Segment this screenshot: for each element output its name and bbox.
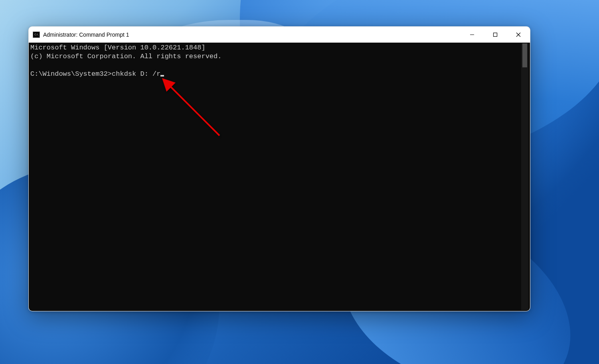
- terminal-header-line: Microsoft Windows [Version 10.0.22621.18…: [30, 44, 206, 51]
- titlebar[interactable]: Administrator: Command Prompt 1: [29, 27, 530, 43]
- terminal-prompt: C:\Windows\System32>: [30, 70, 112, 78]
- maximize-button[interactable]: [484, 27, 507, 42]
- command-prompt-window: Administrator: Command Prompt 1 Microsof…: [28, 26, 530, 311]
- window-title: Administrator: Command Prompt 1: [43, 31, 129, 38]
- cmd-app-icon: [33, 31, 40, 38]
- window-controls: [461, 27, 530, 42]
- svg-rect-1: [494, 33, 497, 36]
- terminal-cursor: [160, 75, 164, 77]
- scrollbar-vertical[interactable]: [521, 43, 528, 310]
- terminal-body[interactable]: Microsoft Windows [Version 10.0.22621.18…: [29, 43, 530, 311]
- terminal-output[interactable]: Microsoft Windows [Version 10.0.22621.18…: [30, 43, 521, 310]
- close-button[interactable]: [507, 27, 530, 42]
- terminal-command-input[interactable]: chkdsk D: /r: [112, 70, 160, 78]
- terminal-header-line: (c) Microsoft Corporation. All rights re…: [30, 53, 221, 60]
- scrollbar-thumb[interactable]: [522, 43, 527, 67]
- minimize-button[interactable]: [461, 27, 484, 42]
